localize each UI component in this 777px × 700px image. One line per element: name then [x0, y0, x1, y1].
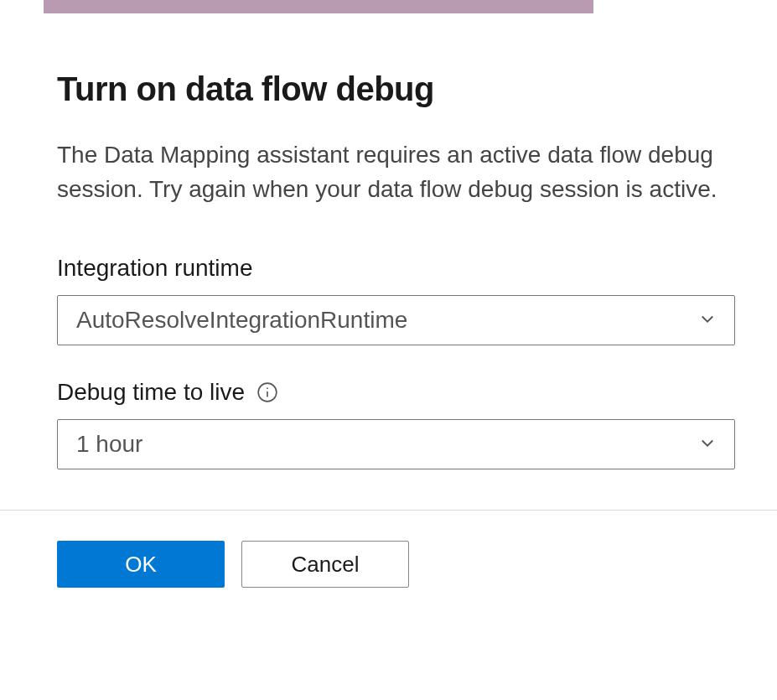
debug-ttl-field: Debug time to live 1 hour — [57, 379, 735, 469]
cancel-button[interactable]: Cancel — [241, 541, 409, 588]
svg-point-1 — [267, 387, 268, 389]
dialog-title: Turn on data flow debug — [57, 70, 735, 108]
dialog-description: The Data Mapping assistant requires an a… — [57, 138, 735, 206]
integration-runtime-label: Integration runtime — [57, 255, 735, 282]
debug-ttl-value: 1 hour — [76, 431, 142, 458]
debug-ttl-select[interactable]: 1 hour — [57, 419, 735, 469]
integration-runtime-label-text: Integration runtime — [57, 255, 252, 282]
chevron-down-icon — [699, 434, 716, 454]
debug-ttl-label: Debug time to live — [57, 379, 735, 406]
debug-ttl-label-text: Debug time to live — [57, 379, 245, 406]
integration-runtime-select[interactable]: AutoResolveIntegrationRuntime — [57, 295, 735, 345]
dialog-buttons: OK Cancel — [0, 511, 777, 588]
integration-runtime-value: AutoResolveIntegrationRuntime — [76, 307, 407, 334]
ok-button[interactable]: OK — [57, 541, 225, 588]
chevron-down-icon — [699, 310, 716, 330]
integration-runtime-field: Integration runtime AutoResolveIntegrati… — [57, 255, 735, 345]
info-icon[interactable] — [256, 381, 278, 403]
dialog-content: Turn on data flow debug The Data Mapping… — [0, 13, 777, 469]
loading-bar — [44, 0, 593, 13]
